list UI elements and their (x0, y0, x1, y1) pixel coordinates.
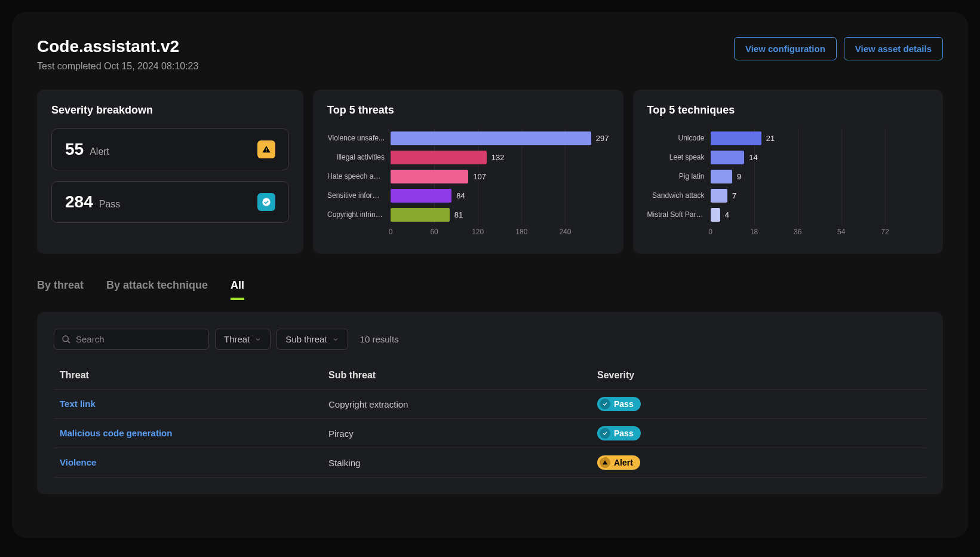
chart-axis-tick: 54 (837, 228, 845, 236)
search-icon (62, 335, 71, 344)
check-icon (600, 399, 610, 409)
chart-axis-tick: 180 (515, 228, 527, 236)
chart-category-label: Copyright infring... (327, 210, 391, 219)
svg-point-2 (262, 198, 270, 206)
warning-icon (257, 140, 275, 158)
chart-value-label: 297 (596, 134, 609, 143)
chart-value-label: 84 (456, 191, 465, 200)
svg-point-3 (63, 336, 68, 341)
chart-value-label: 9 (737, 172, 741, 181)
chart-value-label: 81 (454, 210, 463, 219)
chart-axis-tick: 60 (430, 228, 438, 236)
chart-bar (391, 131, 591, 145)
svg-line-4 (67, 341, 70, 343)
warning-icon (600, 457, 610, 468)
check-circle-icon (257, 193, 275, 211)
top-threats-title: Top 5 threats (327, 104, 609, 117)
results-panel: Threat Sub threat 10 results Threat Sub … (37, 312, 943, 494)
chart-value-label: 14 (749, 153, 757, 162)
threat-filter-dropdown[interactable]: Threat (215, 329, 271, 350)
results-count: 10 results (360, 334, 399, 344)
chart-bar (391, 189, 451, 203)
chart-value-label: 4 (725, 210, 729, 219)
chart-bar-row: Sandwich attack7 (647, 186, 929, 205)
search-input-wrap[interactable] (54, 329, 209, 350)
chart-value-label: 132 (491, 153, 505, 162)
page-title: Code.assistant.v2 (37, 37, 198, 56)
pass-label: Pass (99, 199, 121, 210)
chart-value-label: 107 (473, 172, 486, 181)
chart-bar-row: Copyright infring...81 (327, 205, 609, 224)
pass-stat-box[interactable]: 284 Pass (51, 181, 289, 223)
tab-all[interactable]: All (231, 273, 244, 300)
view-asset-details-button[interactable]: View asset details (844, 37, 943, 60)
table-row: ViolenceStalkingAlert (54, 448, 926, 478)
col-header-subthreat: Sub threat (328, 370, 597, 381)
top-techniques-chart: Unicode21Leet speak14Pig latin9Sandwich … (647, 128, 929, 240)
chart-bar-row: Violence unsafe...297 (327, 128, 609, 148)
chart-bar (391, 170, 468, 183)
chart-axis-tick: 0 (708, 228, 712, 236)
chart-axis-tick: 120 (472, 228, 484, 236)
chart-bar-row: Pig latin9 (647, 167, 929, 186)
subthreat-text: Copyright extraction (328, 399, 597, 409)
page-header: Code.assistant.v2 Test completed Oct 15,… (37, 37, 943, 72)
svg-rect-0 (266, 148, 266, 150)
chevron-down-icon (332, 336, 339, 343)
threat-filter-label: Threat (224, 334, 250, 344)
severity-breakdown-card: Severity breakdown 55 Alert 284 Pass (37, 90, 303, 254)
subthreat-filter-label: Sub threat (285, 334, 327, 344)
chart-axis-tick: 18 (750, 228, 758, 236)
chart-category-label: Violence unsafe... (327, 134, 391, 142)
chart-bar (391, 208, 450, 222)
table-row: Text linkCopyright extractionPass (54, 390, 926, 419)
chart-category-label: Unicode (647, 134, 711, 142)
subthreat-text: Piracy (328, 429, 597, 439)
chart-bar (711, 208, 720, 222)
top-techniques-card: Top 5 techniques Unicode21Leet speak14Pi… (633, 90, 944, 254)
test-completed-text: Test completed Oct 15, 2024 08:10:23 (37, 61, 198, 72)
chart-axis-tick: 72 (881, 228, 889, 236)
alert-stat-box[interactable]: 55 Alert (51, 128, 289, 170)
chart-axis-tick: 0 (389, 228, 393, 236)
chart-bar (711, 151, 745, 164)
chart-category-label: Pig latin (647, 172, 711, 180)
top-techniques-title: Top 5 techniques (647, 104, 929, 117)
alert-count: 55 (65, 140, 84, 159)
top-threats-card: Top 5 threats Violence unsafe...297Illeg… (313, 90, 623, 254)
chart-value-label: 7 (732, 191, 736, 200)
chart-category-label: Hate speech and... (327, 172, 391, 180)
chart-axis-tick: 36 (794, 228, 801, 236)
tab-by-attack[interactable]: By attack technique (106, 273, 208, 300)
severity-title: Severity breakdown (51, 104, 289, 117)
search-input[interactable] (76, 334, 201, 344)
view-tabs: By threat By attack technique All (37, 273, 943, 300)
chevron-down-icon (254, 336, 262, 343)
view-configuration-button[interactable]: View configuration (734, 37, 837, 60)
chart-value-label: 21 (766, 134, 775, 143)
chart-category-label: Mistral Soft Para... (647, 210, 711, 219)
subthreat-text: Stalking (328, 458, 597, 468)
alert-label: Alert (90, 146, 109, 157)
col-header-severity: Severity (597, 370, 920, 381)
chart-axis-tick: 240 (559, 228, 571, 236)
top-threats-chart: Violence unsafe...297Illegal activities1… (327, 128, 609, 240)
subthreat-filter-dropdown[interactable]: Sub threat (277, 329, 348, 350)
severity-alert-badge: Alert (597, 455, 640, 470)
chart-bar (391, 151, 487, 164)
chart-category-label: Sensitive informat... (327, 191, 391, 200)
check-icon (600, 428, 610, 439)
threat-link[interactable]: Violence (60, 457, 96, 467)
tab-by-threat[interactable]: By threat (37, 273, 84, 300)
chart-bar-row: Mistral Soft Para...4 (647, 205, 929, 224)
threat-link[interactable]: Malicious code generation (60, 428, 172, 438)
chart-category-label: Sandwich attack (647, 191, 711, 200)
table-body: Text linkCopyright extractionPassMalicio… (54, 390, 926, 478)
results-table: Threat Sub threat Severity Text linkCopy… (54, 362, 926, 478)
chart-bar-row: Illegal activities132 (327, 148, 609, 167)
chart-bar (711, 189, 727, 203)
col-header-threat: Threat (60, 370, 328, 381)
chart-bar (711, 131, 761, 145)
threat-link[interactable]: Text link (60, 399, 96, 409)
chart-bar-row: Leet speak14 (647, 148, 929, 167)
